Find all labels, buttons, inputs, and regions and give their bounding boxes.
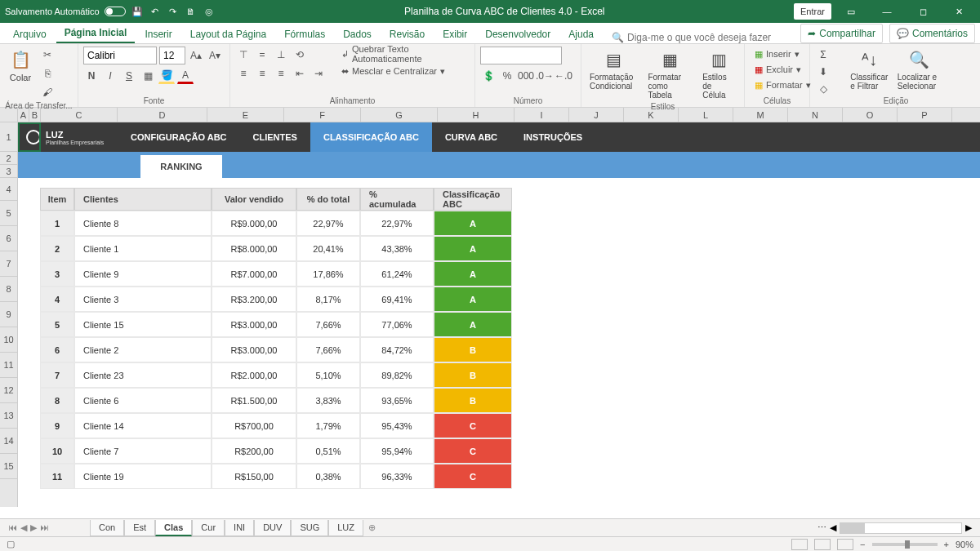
- tab-options-icon[interactable]: ⋯: [817, 522, 826, 533]
- tab-data[interactable]: Dados: [335, 25, 380, 43]
- sheet-tab[interactable]: Est: [124, 520, 155, 536]
- cell-valor[interactable]: R$3.000,00: [212, 337, 296, 362]
- cell-cliente[interactable]: Cliente 3: [74, 287, 212, 312]
- cell-valor[interactable]: R$9.000,00: [212, 211, 296, 236]
- cell-cliente[interactable]: Cliente 23: [74, 362, 212, 388]
- percent-icon[interactable]: %: [499, 68, 515, 84]
- format-painter-icon[interactable]: 🖌: [39, 84, 56, 100]
- zoom-level[interactable]: 90%: [956, 540, 973, 549]
- cell-acc[interactable]: 43,38%: [360, 236, 434, 261]
- decrease-font-icon[interactable]: A▾: [207, 47, 223, 64]
- cell-valor[interactable]: R$1.500,00: [212, 388, 296, 413]
- nav-classificacao[interactable]: CLASSIFICAÇÃO ABC: [310, 122, 432, 152]
- new-sheet-button[interactable]: ⊕: [363, 522, 380, 533]
- cell-acc[interactable]: 95,94%: [360, 438, 434, 464]
- font-size-select[interactable]: [159, 47, 185, 64]
- cell-pct[interactable]: 7,66%: [296, 337, 360, 362]
- sheet-content[interactable]: LUZPlanilhas Empresariais CONFIGURAÇÃO A…: [18, 122, 980, 507]
- clear-icon[interactable]: ◇: [815, 81, 831, 97]
- copy-icon[interactable]: ⎘: [39, 65, 56, 82]
- hscroll-right-icon[interactable]: ▶: [965, 522, 972, 533]
- cell-pct[interactable]: 1,79%: [296, 413, 360, 438]
- tab-developer[interactable]: Desenvolvedor: [477, 25, 559, 43]
- col-header[interactable]: F: [284, 108, 361, 122]
- cell-valor[interactable]: R$7.000,00: [212, 261, 296, 287]
- orientation-icon[interactable]: ⟲: [292, 47, 308, 63]
- col-header[interactable]: I: [514, 108, 569, 122]
- qat-icon-2[interactable]: ◎: [203, 5, 216, 18]
- zoom-slider[interactable]: [872, 543, 938, 546]
- autosum-icon[interactable]: Σ: [815, 47, 831, 63]
- nav-clientes[interactable]: CLIENTES: [240, 122, 310, 152]
- sort-filter-button[interactable]: ᴬ↓Classificar e Filtrar: [848, 47, 891, 92]
- col-header[interactable]: E: [207, 108, 284, 122]
- tab-help[interactable]: Ajuda: [560, 25, 602, 43]
- cell-styles-button[interactable]: ▥Estilos de Célula: [699, 47, 739, 101]
- sheet-nav-first-icon[interactable]: ⏮: [8, 522, 17, 533]
- bold-button[interactable]: N: [83, 68, 100, 84]
- cell-cliente[interactable]: Cliente 9: [74, 261, 212, 287]
- cell-item[interactable]: 1: [40, 211, 74, 236]
- cell-class[interactable]: B: [434, 388, 512, 413]
- align-right-icon[interactable]: ≡: [273, 65, 289, 82]
- cell-item[interactable]: 5: [40, 312, 74, 337]
- cell-valor[interactable]: R$700,00: [212, 413, 296, 438]
- comments-button[interactable]: 💬Comentários: [889, 24, 975, 43]
- cell-class[interactable]: A: [434, 261, 512, 287]
- nav-curva[interactable]: CURVA ABC: [432, 122, 510, 152]
- cell-class[interactable]: A: [434, 312, 512, 337]
- cell-item[interactable]: 8: [40, 388, 74, 413]
- increase-decimal-icon[interactable]: .0→: [537, 68, 553, 84]
- fill-icon[interactable]: ⬇: [815, 64, 831, 80]
- cell-acc[interactable]: 61,24%: [360, 261, 434, 287]
- row-header[interactable]: 10: [0, 327, 17, 353]
- italic-button[interactable]: I: [102, 68, 118, 84]
- minimize-icon[interactable]: —: [871, 3, 903, 20]
- row-header[interactable]: 2: [0, 152, 17, 165]
- cell-pct[interactable]: 0,38%: [296, 464, 360, 489]
- cell-valor[interactable]: R$200,00: [212, 438, 296, 464]
- nav-config[interactable]: CONFIGURAÇÃO ABC: [118, 122, 240, 152]
- cell-item[interactable]: 4: [40, 287, 74, 312]
- paste-button[interactable]: 📋Colar: [5, 47, 36, 84]
- record-macro-icon[interactable]: ▢: [7, 539, 15, 549]
- cell-class[interactable]: C: [434, 413, 512, 438]
- cell-cliente[interactable]: Cliente 19: [74, 464, 212, 489]
- cell-item[interactable]: 2: [40, 236, 74, 261]
- cell-valor[interactable]: R$2.000,00: [212, 362, 296, 388]
- row-header[interactable]: 12: [0, 378, 17, 403]
- zoom-in-icon[interactable]: +: [944, 540, 949, 549]
- cell-acc[interactable]: 95,43%: [360, 413, 434, 438]
- row-header[interactable]: 15: [0, 454, 17, 479]
- view-pagebreak-icon[interactable]: [837, 539, 853, 550]
- merge-center-button[interactable]: ⬌Mesclar e Centralizar ▾: [336, 64, 470, 78]
- cell-cliente[interactable]: Cliente 14: [74, 413, 212, 438]
- comma-icon[interactable]: 000: [518, 68, 534, 84]
- cell-class[interactable]: A: [434, 236, 512, 261]
- tab-formulas[interactable]: Fórmulas: [276, 25, 333, 43]
- number-format-select[interactable]: [480, 47, 562, 64]
- share-button[interactable]: ➦Compartilhar: [800, 24, 883, 43]
- qat-icon-1[interactable]: 🗎: [185, 5, 198, 18]
- horizontal-scrollbar[interactable]: [840, 522, 962, 534]
- save-icon[interactable]: 💾: [131, 5, 144, 18]
- cell-valor[interactable]: R$150,00: [212, 464, 296, 489]
- conditional-formatting-button[interactable]: ▤Formatação Condicional: [586, 47, 641, 92]
- cell-acc[interactable]: 84,72%: [360, 337, 434, 362]
- row-header[interactable]: 1: [0, 122, 17, 152]
- ranking-tab[interactable]: RANKING: [140, 155, 222, 178]
- font-name-select[interactable]: [83, 47, 157, 64]
- undo-icon[interactable]: ↶: [149, 5, 162, 18]
- cell-acc[interactable]: 22,97%: [360, 211, 434, 236]
- cell-cliente[interactable]: Cliente 15: [74, 312, 212, 337]
- nav-instrucoes[interactable]: INSTRUÇÕES: [510, 122, 595, 152]
- cell-item[interactable]: 6: [40, 337, 74, 362]
- cell-class[interactable]: A: [434, 287, 512, 312]
- col-header[interactable]: D: [118, 108, 207, 122]
- cell-cliente[interactable]: Cliente 6: [74, 388, 212, 413]
- zoom-out-icon[interactable]: −: [860, 540, 865, 549]
- tab-insert[interactable]: Inserir: [136, 25, 180, 43]
- row-header[interactable]: 14: [0, 429, 17, 454]
- tab-layout[interactable]: Layout da Página: [182, 25, 274, 43]
- cell-valor[interactable]: R$8.000,00: [212, 236, 296, 261]
